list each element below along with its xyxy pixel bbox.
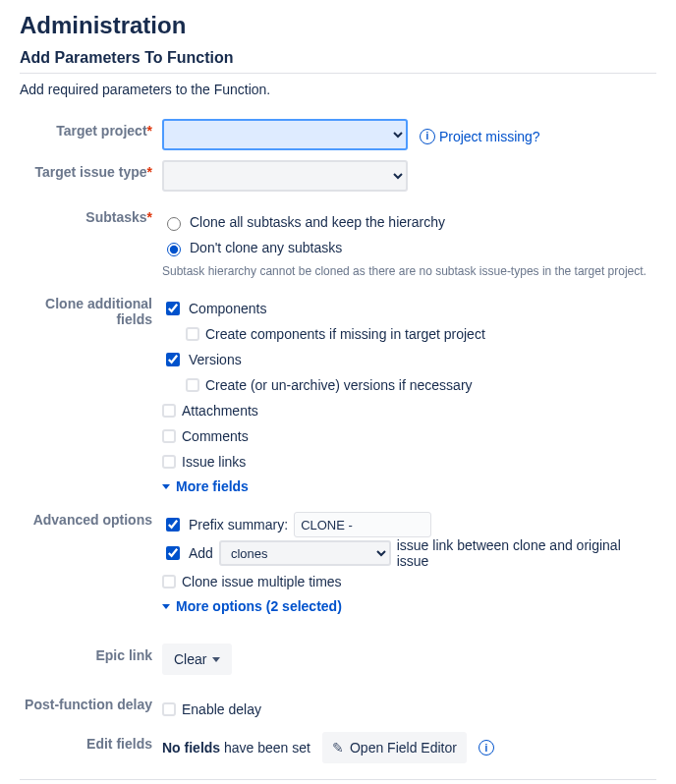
open-field-editor-button[interactable]: ✎ Open Field Editor (322, 732, 467, 763)
checkbox-icon[interactable] (162, 575, 176, 588)
more-options-toggle[interactable]: More options (2 selected) (162, 598, 342, 614)
checkbox-icon[interactable] (186, 327, 199, 341)
chevron-down-icon (162, 604, 170, 609)
label-clone-additional-fields: Clone additional fields (20, 294, 162, 327)
prefix-summary-input[interactable] (294, 512, 431, 537)
check-versions[interactable]: Versions (162, 347, 656, 372)
prefix-summary-checkbox[interactable] (166, 518, 180, 532)
add-link-checkbox[interactable] (166, 546, 180, 560)
target-issue-type-select[interactable] (162, 160, 408, 192)
checkbox-icon[interactable] (186, 378, 199, 392)
check-enable-delay[interactable]: Enable delay (162, 697, 656, 722)
info-icon[interactable]: i (479, 740, 494, 756)
target-project-select[interactable] (162, 119, 408, 150)
radio-clone-all-subtasks[interactable]: Clone all subtasks and keep the hierarch… (162, 209, 656, 235)
check-components[interactable]: Components (162, 296, 656, 321)
pencil-icon: ✎ (332, 740, 344, 756)
checkbox-icon[interactable] (162, 702, 176, 716)
check-create-components[interactable]: Create components if missing in target p… (186, 321, 656, 347)
chevron-down-icon (212, 657, 220, 662)
label-target-issue-type: Target issue type* (20, 158, 162, 180)
chevron-down-icon (162, 484, 170, 489)
link-type-select[interactable]: clones (219, 540, 391, 566)
checkbox-icon[interactable] (162, 404, 176, 418)
check-attachments[interactable]: Attachments (162, 398, 656, 423)
page-description: Add required parameters to the Function. (20, 82, 656, 97)
section-title: Add Parameters To Function (20, 49, 656, 74)
edit-fields-status: No fields have been set (162, 740, 310, 756)
checkbox-icon[interactable] (162, 429, 176, 443)
more-fields-toggle[interactable]: More fields (162, 478, 249, 494)
check-prefix-summary: Prefix summary: (162, 512, 656, 537)
label-edit-fields: Edit fields (20, 730, 162, 752)
subtasks-hint: Subtask hierarchy cannot be cloned as th… (162, 264, 656, 278)
label-epic-link: Epic link (20, 642, 162, 663)
check-add-link: Add clones issue link between clone and … (162, 537, 656, 569)
check-clone-multiple[interactable]: Clone issue multiple times (162, 569, 656, 594)
project-missing-link[interactable]: i Project missing? (420, 129, 540, 144)
epic-link-select[interactable]: Clear (162, 644, 232, 675)
checkbox-icon[interactable] (162, 455, 176, 469)
check-issue-links[interactable]: Issue links (162, 449, 656, 475)
label-target-project: Target project* (20, 117, 162, 139)
label-subtasks: Subtasks* (20, 207, 162, 225)
label-advanced-options: Advanced options (20, 510, 162, 528)
label-post-function-delay: Post-function delay (20, 695, 162, 712)
info-icon: i (420, 129, 435, 144)
radio-dont-clone-subtasks[interactable]: Don't clone any subtasks (162, 235, 656, 260)
check-comments[interactable]: Comments (162, 423, 656, 449)
check-create-versions[interactable]: Create (or un-archive) versions if neces… (186, 372, 656, 398)
page-title: Administration (20, 12, 656, 39)
